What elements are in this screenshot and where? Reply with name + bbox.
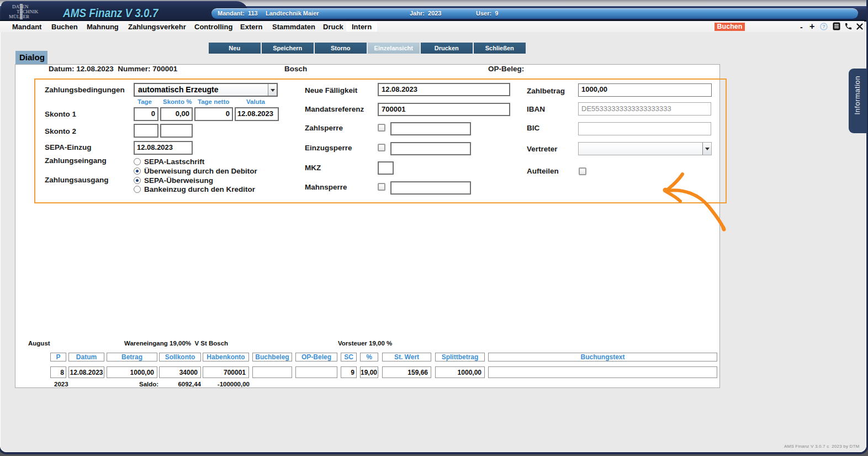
svg-text:?: ?	[822, 24, 825, 29]
